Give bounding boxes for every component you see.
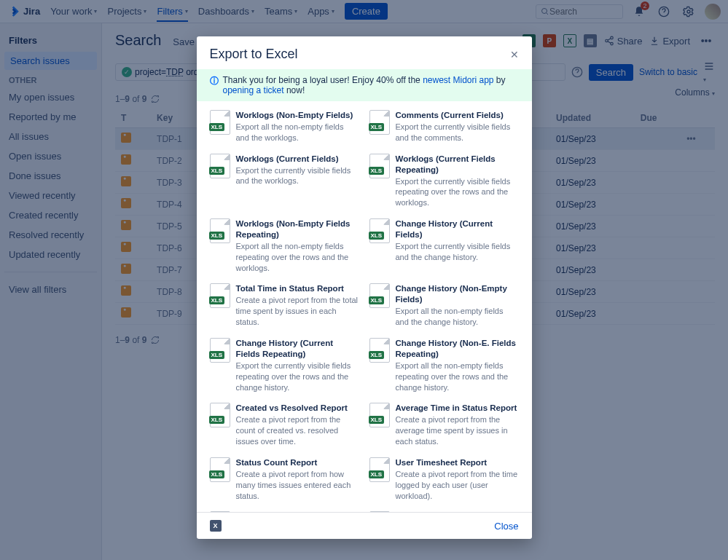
option-title: User Timesheet Report: [396, 457, 519, 468]
option-title: Project Timesheet Report: [236, 511, 359, 512]
option-title: Change History (Current Fields Repeating…: [236, 338, 359, 360]
xls-file-icon: XLS: [369, 338, 390, 363]
export-option[interactable]: XLSWorklogs (Non-Empty Fields Repeating)…: [210, 218, 359, 273]
xls-file-icon: XLS: [369, 403, 390, 427]
modal-title: Export to Excel: [210, 47, 298, 62]
option-title: Worklogs (Current Fields): [236, 154, 359, 165]
option-desc: Create a pivot report from the total tim…: [236, 295, 359, 328]
xls-file-icon: XLS: [369, 110, 390, 135]
xls-file-icon: XLS: [210, 403, 230, 427]
option-title: Change History (Current Fields): [396, 218, 519, 240]
option-desc: Export all the non-empty fields and the …: [396, 306, 519, 328]
option-desc: Export the currently visible fields and …: [236, 165, 359, 187]
modal-close-button[interactable]: ✕: [510, 49, 519, 60]
export-option[interactable]: XLSComponent Timesheet ReportCreate a pi…: [369, 511, 519, 512]
option-title: Component Timesheet Report: [396, 511, 519, 512]
option-desc: Create a pivot report from the time logg…: [396, 469, 519, 502]
option-desc: Export all the non-empty fields repeatin…: [396, 360, 519, 393]
xls-file-icon: XLS: [210, 457, 230, 482]
export-option[interactable]: XLSProject Timesheet ReportCreate a pivo…: [210, 511, 359, 512]
xls-file-icon: XLS: [369, 154, 390, 178]
export-option[interactable]: XLSAverage Time in Status ReportCreate a…: [369, 403, 519, 446]
option-desc: Export the currently visible fields repe…: [236, 360, 359, 393]
option-title: Created vs Resolved Report: [236, 403, 359, 414]
modal-close-link[interactable]: Close: [494, 521, 518, 532]
export-option[interactable]: XLSChange History (Current Fields)Export…: [369, 218, 519, 273]
option-title: Change History (Non-Empty Fields): [396, 283, 519, 305]
option-title: Worklogs (Non-Empty Fields): [236, 110, 359, 121]
export-option[interactable]: XLSWorklogs (Non-Empty Fields)Export all…: [210, 110, 359, 143]
export-option[interactable]: XLSComments (Current Fields)Export the c…: [369, 110, 519, 143]
xls-file-icon: XLS: [369, 218, 390, 243]
option-title: Change History (Non-E. Fields Repeating): [396, 338, 519, 360]
export-excel-modal: Export to Excel ✕ ⓘ Thank you for being …: [197, 36, 532, 539]
option-desc: Create a pivot report from how many time…: [236, 469, 359, 502]
xls-file-icon: XLS: [210, 283, 230, 308]
option-desc: Create a pivot report from the count of …: [236, 414, 359, 447]
export-option[interactable]: XLSChange History (Non-Empty Fields)Expo…: [369, 283, 519, 328]
option-title: Status Count Report: [236, 457, 359, 468]
option-title: Comments (Current Fields): [396, 110, 519, 121]
export-option[interactable]: XLSChange History (Current Fields Repeat…: [210, 338, 359, 393]
export-option[interactable]: XLSWorklogs (Current Fields)Export the c…: [210, 154, 359, 208]
option-title: Worklogs (Current Fields Repeating): [396, 154, 519, 176]
xls-file-icon: XLS: [210, 511, 230, 512]
export-option[interactable]: XLSWorklogs (Current Fields Repeating)Ex…: [369, 154, 519, 208]
xls-file-icon: XLS: [369, 511, 390, 512]
xls-file-icon: XLS: [369, 283, 390, 308]
banner-link-ticket[interactable]: opening a ticket: [223, 85, 284, 95]
option-desc: Create a pivot report from the average t…: [396, 414, 519, 447]
option-desc: Export the currently visible fields and …: [396, 241, 519, 263]
export-option[interactable]: XLSChange History (Non-E. Fields Repeati…: [369, 338, 519, 393]
option-desc: Export the currently visible fields and …: [396, 122, 519, 143]
modal-overlay[interactable]: Export to Excel ✕ ⓘ Thank you for being …: [0, 0, 728, 560]
xls-file-icon: XLS: [210, 218, 230, 243]
info-icon: ⓘ: [210, 75, 219, 87]
promo-banner: ⓘ Thank you for being a loyal user! Enjo…: [197, 69, 532, 101]
option-desc: Export the currently visible fields repe…: [396, 176, 519, 209]
xls-file-icon: XLS: [210, 338, 230, 363]
footer-excel-icon[interactable]: X: [210, 520, 222, 532]
export-option[interactable]: XLSStatus Count ReportCreate a pivot rep…: [210, 457, 359, 501]
xls-file-icon: XLS: [210, 154, 230, 178]
option-title: Worklogs (Non-Empty Fields Repeating): [236, 218, 359, 240]
export-option[interactable]: XLSTotal Time in Status ReportCreate a p…: [210, 283, 359, 328]
option-desc: Export all the non-empty fields repeatin…: [236, 241, 359, 274]
xls-file-icon: XLS: [369, 457, 390, 482]
option-title: Average Time in Status Report: [396, 403, 519, 414]
export-option[interactable]: XLSUser Timesheet ReportCreate a pivot r…: [369, 457, 519, 501]
option-title: Total Time in Status Report: [236, 283, 359, 294]
export-option[interactable]: XLSCreated vs Resolved ReportCreate a pi…: [210, 403, 359, 446]
option-desc: Export all the non-empty fields and the …: [236, 122, 359, 143]
xls-file-icon: XLS: [210, 110, 230, 135]
banner-link-app[interactable]: newest Midori app: [423, 75, 493, 85]
